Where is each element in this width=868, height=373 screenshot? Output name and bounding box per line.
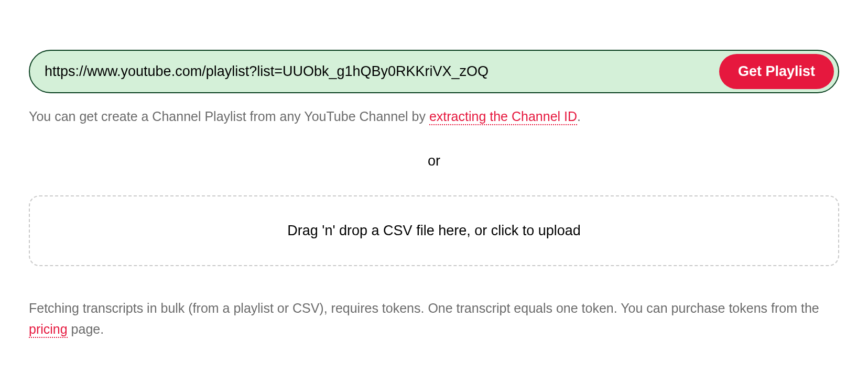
pricing-link[interactable]: pricing xyxy=(29,322,68,338)
channel-helper-prefix: You can get create a Channel Playlist fr… xyxy=(29,109,429,124)
or-separator: or xyxy=(29,153,839,169)
channel-helper-text: You can get create a Channel Playlist fr… xyxy=(29,107,839,127)
playlist-input-row: Get Playlist xyxy=(29,50,839,93)
dropzone-text: Drag 'n' drop a CSV file here, or click … xyxy=(287,223,581,238)
extract-channel-id-link[interactable]: extracting the Channel ID xyxy=(429,109,577,125)
tokens-footer-suffix: page. xyxy=(68,322,104,336)
csv-dropzone[interactable]: Drag 'n' drop a CSV file here, or click … xyxy=(29,195,839,266)
tokens-footer-text: Fetching transcripts in bulk (from a pla… xyxy=(29,298,839,339)
tokens-footer-prefix: Fetching transcripts in bulk (from a pla… xyxy=(29,301,819,315)
get-playlist-button[interactable]: Get Playlist xyxy=(719,54,834,89)
playlist-url-input[interactable] xyxy=(45,58,719,85)
channel-helper-suffix: . xyxy=(577,109,581,124)
